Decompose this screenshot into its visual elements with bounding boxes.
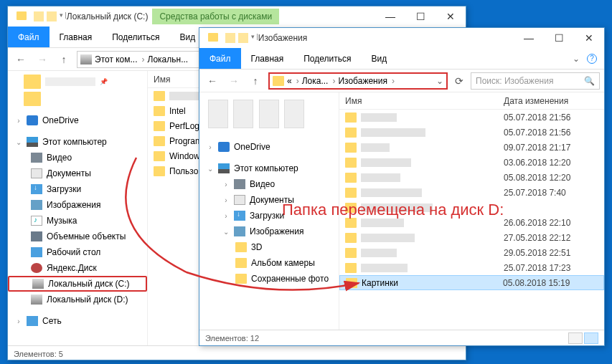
col-name[interactable]: Имя: [339, 96, 504, 106]
nav-local-c[interactable]: Локальный диск (C:): [8, 276, 147, 292]
titlebar-back[interactable]: ▾ | Локальный диск (C:) Средства работы …: [8, 6, 466, 27]
nav-this-pc[interactable]: ⌄Этот компьютер: [8, 134, 147, 150]
qat-item[interactable]: [34, 11, 44, 21]
nav-downloads[interactable]: ›Загрузки: [199, 208, 339, 224]
nav-3d[interactable]: Объемные объекты: [8, 229, 147, 244]
ribbon-tab-view[interactable]: Вид: [361, 48, 397, 69]
nav-network[interactable]: ›Сеть: [8, 313, 147, 329]
nav-video[interactable]: Видео: [8, 150, 147, 166]
file-row[interactable]: 26.06.2018 22:10: [339, 215, 604, 230]
file-list-front[interactable]: 05.07.2018 21:56 05.07.2018 21:56 09.07.…: [339, 110, 604, 330]
drive-icon: [80, 54, 92, 64]
maximize-button[interactable]: ☐: [544, 28, 574, 48]
file-row[interactable]: 03.06.2018 12:20: [339, 155, 604, 170]
file-row[interactable]: 09.07.2018 21:17: [339, 140, 604, 155]
nav-label: Локальный диск (C:): [48, 279, 130, 289]
navigation-pane-back[interactable]: 📌 ›OneDrive ⌄Этот компьютер Видео Докуме…: [8, 71, 148, 345]
nav-desktop[interactable]: Рабочий стол: [8, 244, 147, 260]
nav-back-button[interactable]: ←: [12, 51, 29, 68]
pc-icon: [218, 163, 230, 173]
nav-saved[interactable]: Сохраненные фото: [199, 271, 339, 287]
breadcrumb-overflow[interactable]: «: [287, 76, 299, 86]
nav-3d[interactable]: 3D: [199, 239, 339, 255]
titlebar-front[interactable]: ▾ | Изобажения — ☐ ✕: [199, 28, 604, 48]
search-box[interactable]: Поиск: Изобажения 🔍: [471, 72, 600, 90]
onedrive-icon: [27, 115, 38, 125]
nav-downloads[interactable]: Загрузки: [8, 181, 147, 197]
addr-dropdown-icon[interactable]: ⌄: [436, 76, 443, 86]
ribbon-tab-home[interactable]: Главная: [50, 27, 103, 47]
close-button[interactable]: ✕: [436, 6, 466, 27]
nav-yandex[interactable]: Яндекс.Диск: [8, 260, 147, 276]
help-icon[interactable]: ?: [587, 54, 597, 64]
qat-dropdown-icon[interactable]: ▾ |: [251, 33, 258, 43]
minimize-button[interactable]: —: [514, 28, 544, 48]
file-row[interactable]: 25.07.2018 7:40: [339, 185, 604, 200]
nav-onedrive[interactable]: ›OneDrive: [199, 139, 339, 155]
ribbon-tab-file[interactable]: Файл: [8, 27, 50, 47]
view-large-button[interactable]: [568, 332, 583, 344]
nav-label: Сохраненные фото: [251, 274, 329, 284]
nav-images[interactable]: Изображения: [8, 197, 147, 213]
qat-item[interactable]: [225, 33, 235, 43]
file-row[interactable]: 29.05.2018 22:51: [339, 245, 604, 260]
folder-icon: [345, 263, 357, 273]
file-row-selected[interactable]: Картинки05.08.2018 15:19: [339, 275, 604, 290]
nav-up-button[interactable]: ↑: [247, 72, 264, 90]
file-date: 05.08.2018 12:20: [504, 173, 604, 183]
file-row[interactable]: [339, 200, 604, 215]
qat-dropdown-icon[interactable]: ▾ |: [60, 11, 67, 21]
contextual-tab[interactable]: Средства работы с дисками: [152, 9, 279, 24]
view-details-button[interactable]: [584, 332, 598, 344]
column-headers[interactable]: Имя Дата изменения: [339, 92, 604, 110]
expand-ribbon-icon[interactable]: ⌄: [573, 54, 580, 64]
refresh-button[interactable]: ⟳: [452, 75, 466, 87]
navigation-pane-front[interactable]: ›OneDrive ⌄Этот компьютер ›Видео ›Докуме…: [199, 92, 339, 330]
search-icon[interactable]: 🔍: [584, 76, 595, 86]
nav-local-d[interactable]: Локальный диск (D:): [8, 292, 147, 307]
ribbon-tab-share[interactable]: Поделиться: [293, 48, 361, 69]
blurred-label: [45, 77, 95, 86]
col-date[interactable]: Дата изменения: [504, 96, 604, 106]
ribbon-tab-share[interactable]: Поделиться: [102, 27, 169, 47]
qat-item[interactable]: [47, 11, 57, 21]
drive-icon: [32, 279, 44, 289]
downloads-icon: [234, 211, 245, 221]
maximize-button[interactable]: ☐: [405, 6, 436, 27]
nav-up-button[interactable]: ↑: [55, 51, 72, 68]
file-name: Пользов: [169, 166, 203, 176]
nav-music[interactable]: Музыка: [8, 213, 147, 229]
breadcrumb[interactable]: Изобажения: [338, 76, 394, 86]
file-row[interactable]: 05.07.2018 21:56: [339, 125, 604, 140]
nav-onedrive[interactable]: ›OneDrive: [8, 112, 147, 128]
nav-documents[interactable]: Документы: [8, 166, 147, 181]
file-row[interactable]: 05.08.2018 12:20: [339, 170, 604, 185]
file-row[interactable]: 05.07.2018 21:56: [339, 110, 604, 125]
nav-documents[interactable]: ›Документы: [199, 192, 339, 208]
nav-forward-button[interactable]: →: [34, 51, 51, 68]
address-bar[interactable]: « Лока... Изобажения ⌄: [268, 72, 448, 90]
ribbon-expand[interactable]: ⌄ ?: [573, 54, 604, 64]
breadcrumb[interactable]: Лока...: [302, 76, 336, 86]
nav-images[interactable]: ⌄Изображения: [199, 224, 339, 239]
ribbon-tab-home[interactable]: Главная: [241, 48, 294, 69]
breadcrumb[interactable]: Локальн...: [148, 54, 193, 64]
close-button[interactable]: ✕: [574, 28, 604, 48]
item-count: Элементов: 12: [205, 334, 259, 343]
nav-forward-button[interactable]: →: [225, 72, 243, 90]
nav-video[interactable]: ›Видео: [199, 176, 339, 192]
folder-icon: [345, 112, 357, 123]
ribbon-tab-file[interactable]: Файл: [199, 48, 241, 69]
nav-label: Сеть: [42, 316, 62, 326]
minimize-button[interactable]: —: [375, 6, 405, 27]
nav-label: Этот компьютер: [234, 163, 298, 173]
nav-album[interactable]: Альбом камеры: [199, 255, 339, 271]
images-icon: [234, 226, 245, 236]
file-row[interactable]: 25.07.2018 17:23: [339, 260, 604, 275]
qat-item[interactable]: [238, 33, 248, 43]
nav-back-button[interactable]: ←: [204, 72, 221, 90]
blurred-name: [361, 113, 397, 122]
file-row[interactable]: 27.05.2018 22:12: [339, 230, 604, 245]
nav-this-pc[interactable]: ⌄Этот компьютер: [199, 161, 339, 176]
breadcrumb[interactable]: Этот ком...: [95, 54, 145, 64]
